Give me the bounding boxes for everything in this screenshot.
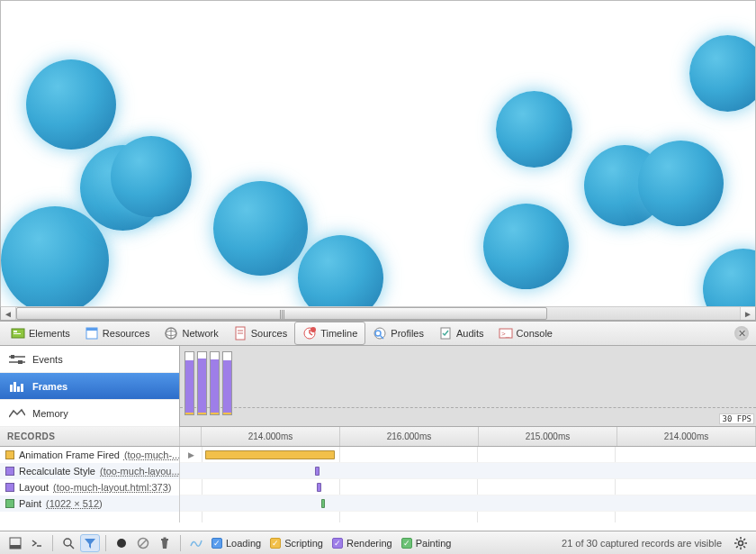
record-button[interactable] [112,534,131,552]
legend-label: Painting [416,538,452,549]
svg-point-14 [310,327,316,332]
svg-line-44 [736,539,738,540]
svg-rect-26 [14,382,16,392]
legend-rendering[interactable]: ✓ Rendering [332,538,392,549]
page-viewport [0,0,756,306]
dock-button[interactable] [5,534,25,552]
timing-bar[interactable] [317,483,321,492]
record-link[interactable]: (too-much-layout.html:373) [53,482,171,493]
tab-sources[interactable]: Sources [226,322,294,344]
timeline-midsection: Events Frames Memory 30 FPS [0,346,756,427]
tab-network[interactable]: Network [157,322,225,344]
svg-rect-24 [18,360,22,364]
records-heading: RECORDS [0,427,180,446]
scroll-right-arrow[interactable]: ► [741,307,755,320]
svg-rect-25 [10,385,13,392]
tab-audits[interactable]: Audits [431,322,491,344]
record-swatch [5,450,14,459]
ball [496,91,572,168]
ball [298,235,383,306]
elements-icon [11,326,25,341]
record-row[interactable]: Paint (1022 × 512) [0,495,179,512]
tab-label: Resources [103,328,150,339]
checkbox-icon[interactable]: ✓ [332,538,343,549]
record-row[interactable]: Layout (too-much-layout.html:373) [0,479,179,495]
ball [638,141,724,226]
sidebar-item-frames[interactable]: Frames [0,373,179,400]
svg-rect-38 [164,537,166,539]
expand-column-header [180,427,202,446]
checkbox-icon[interactable]: ✓ [401,538,412,549]
time-column: 214.000ms [202,427,340,446]
bottom-toolbar: ✓ Loading ✓ Scripting ✓ Rendering ✓ Pain… [0,531,756,554]
svg-point-32 [64,539,71,546]
checkbox-icon[interactable]: ✓ [212,538,222,549]
glue-button[interactable] [186,534,206,552]
svg-rect-27 [17,386,20,392]
close-devtools-button[interactable]: ✕ [734,326,749,341]
search-button[interactable] [58,534,78,552]
svg-point-34 [117,539,126,548]
records-header-row: RECORDS 214.000ms216.000ms215.000ms214.0… [0,427,756,447]
filter-button[interactable] [80,534,100,552]
checkbox-icon[interactable]: ✓ [270,538,281,549]
show-console-button[interactable] [27,534,47,552]
svg-line-33 [70,545,74,549]
sidebar-item-label: Memory [32,408,68,419]
tab-resources[interactable]: Resources [77,322,158,344]
record-link[interactable]: (too-much-layou... [100,466,179,477]
frames-icon [9,381,25,392]
profiles-icon [373,326,387,341]
record-label: Paint [19,498,41,509]
record-link[interactable]: (1022 × 512) [46,498,103,509]
frames-overview[interactable]: 30 FPS [180,346,756,426]
svg-line-46 [736,546,738,548]
horizontal-scrollbar[interactable]: ◄ ► [0,306,756,321]
scroll-thumb[interactable] [16,307,547,320]
legend-loading[interactable]: ✓ Loading [212,538,261,549]
sidebar-item-memory[interactable]: Memory [0,400,179,427]
tab-elements[interactable]: Elements [4,322,77,344]
ball [703,249,756,306]
clear-button[interactable] [133,534,153,552]
devtools-tabbar: Elements Resources Network Sources Timel… [0,321,756,346]
tab-label: Sources [251,328,287,339]
record-row[interactable]: Animation Frame Fired (too-much-... [0,447,179,463]
scroll-track[interactable] [15,307,741,320]
legend-scripting[interactable]: ✓ Scripting [270,538,323,549]
time-column: 216.000ms [340,427,479,446]
ball [483,204,569,289]
legend-label: Loading [226,538,261,549]
svg-text:>_: >_ [501,330,510,338]
timing-bar[interactable] [321,499,325,508]
settings-button[interactable] [731,534,751,552]
tab-label: Elements [29,328,70,339]
svg-point-15 [374,328,385,339]
tab-profiles[interactable]: Profiles [365,322,431,344]
tab-label: Profiles [391,328,424,339]
scroll-left-arrow[interactable]: ◄ [1,307,15,320]
tab-label: Timeline [320,328,357,339]
sidebar-item-events[interactable]: Events [0,346,179,373]
records-detail: Animation Frame Fired (too-much-...Recal… [0,447,756,522]
garbage-collect-button[interactable] [155,534,175,552]
tab-console[interactable]: >_ Console [491,322,560,344]
svg-rect-30 [10,545,21,549]
svg-point-39 [739,540,743,545]
tab-timeline[interactable]: Timeline [294,322,365,345]
legend-painting[interactable]: ✓ Painting [401,538,452,549]
chart-row [180,495,756,512]
chart-row: ▶ [180,447,756,463]
sources-icon [233,326,248,341]
chart-row [180,479,756,495]
console-icon: >_ [499,326,513,341]
record-link[interactable]: (too-much-... [124,450,179,460]
expand-icon[interactable]: ▶ [180,447,202,462]
svg-rect-2 [14,333,21,334]
record-label: Layout [19,482,49,493]
record-row[interactable]: Recalculate Style (too-much-layou... [0,463,179,479]
time-column: 214.000ms [617,427,756,446]
svg-rect-4 [86,328,97,331]
timing-bar[interactable] [205,450,335,459]
timing-bar[interactable] [315,467,320,476]
